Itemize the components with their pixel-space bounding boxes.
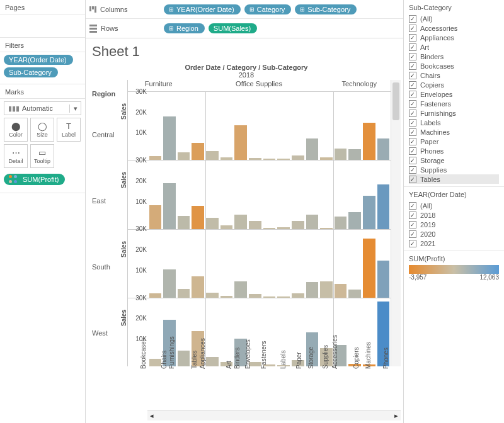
bar[interactable]	[320, 228, 333, 229]
bar[interactable]	[149, 359, 162, 366]
bar[interactable]	[163, 116, 176, 160]
filter-item-furnishings[interactable]: ✓Furnishings	[409, 108, 499, 118]
bar[interactable]	[192, 206, 204, 228]
marks-sum-profit-pill[interactable]: SUM(Profit)	[4, 174, 65, 185]
detail-button[interactable]: ⋯Detail	[4, 144, 28, 168]
filter-item-envelopes[interactable]: ✓Envelopes	[409, 89, 499, 99]
bar[interactable]	[206, 218, 219, 228]
filter-item-2021[interactable]: ✓2021	[409, 239, 499, 248]
rows-pill-1[interactable]: SUM(Sales)	[209, 23, 257, 33]
bar[interactable]	[206, 151, 219, 160]
filter-item-accessories[interactable]: ✓Accessories	[409, 23, 499, 33]
bar[interactable]	[234, 215, 247, 228]
vertical-scrollbar[interactable]	[391, 80, 401, 366]
filter-item-chairs[interactable]: ✓Chairs	[409, 70, 499, 80]
checkbox-icon: ✓	[409, 128, 416, 136]
bar[interactable]	[320, 157, 333, 160]
bar[interactable]	[292, 155, 304, 160]
bar[interactable]	[249, 221, 261, 229]
filter-pill-0[interactable]: YEAR(Order Date)	[4, 55, 73, 65]
filter-pill-1[interactable]: Sub-Category	[4, 67, 58, 77]
bar[interactable]	[178, 351, 190, 366]
bar[interactable]	[220, 296, 233, 298]
scroll-left-icon[interactable]: ◂	[150, 412, 154, 420]
bar[interactable]	[178, 152, 190, 160]
bar[interactable]	[292, 293, 304, 298]
bar[interactable]	[377, 184, 390, 229]
bar[interactable]	[306, 215, 319, 228]
bar[interactable]	[149, 205, 162, 229]
filter-item-labels[interactable]: ✓Labels	[409, 118, 499, 127]
bar[interactable]	[377, 138, 390, 160]
bar[interactable]	[306, 138, 319, 160]
filter-item-fasteners[interactable]: ✓Fasteners	[409, 99, 499, 108]
detail-icon: ⋯	[12, 148, 20, 158]
size-button[interactable]: ◯Size	[30, 118, 54, 142]
filter-item-bookcases[interactable]: ✓Bookcases	[409, 61, 499, 70]
filter-item-storage[interactable]: ✓Storage	[409, 155, 499, 165]
filter-item-machines[interactable]: ✓Machines	[409, 127, 499, 137]
bar[interactable]	[149, 293, 162, 298]
columns-pill-1[interactable]: ⊞Category	[244, 4, 292, 14]
bar[interactable]	[206, 357, 219, 366]
bar[interactable]	[206, 293, 219, 298]
columns-pill-0[interactable]: ⊞YEAR(Order Date)	[164, 4, 241, 14]
bar[interactable]	[163, 183, 176, 228]
bar[interactable]	[363, 196, 375, 228]
bar[interactable]	[249, 158, 261, 160]
bar[interactable]	[178, 289, 190, 298]
bar[interactable]	[277, 296, 290, 298]
filter-item-2020[interactable]: ✓2020	[409, 229, 499, 239]
filter-item-art[interactable]: ✓Art	[409, 42, 499, 52]
marks-type-select[interactable]: ▮▮▮Automatic ▾	[4, 101, 81, 115]
filter-item-2019[interactable]: ✓2019	[409, 220, 499, 229]
rows-pill-0[interactable]: ⊞Region	[164, 23, 205, 33]
bar[interactable]	[335, 284, 347, 297]
bar[interactable]	[220, 157, 233, 160]
bar[interactable]	[363, 239, 375, 297]
bar[interactable]	[163, 269, 176, 297]
chart-column-header: Order Date / Category / Sub-Category	[92, 64, 401, 71]
bar[interactable]	[192, 276, 204, 298]
bar[interactable]	[277, 159, 290, 160]
bar[interactable]	[249, 294, 261, 298]
tooltip-button[interactable]: ▭Tooltip	[30, 144, 54, 168]
bar[interactable]	[335, 217, 347, 229]
filter-item--all-[interactable]: ✓(All)	[409, 201, 499, 210]
profit-color-legend[interactable]	[409, 265, 499, 274]
filter-item-copiers[interactable]: ✓Copiers	[409, 80, 499, 89]
bar[interactable]	[348, 212, 361, 229]
bar[interactable]	[220, 225, 233, 229]
filter-item-supplies[interactable]: ✓Supplies	[409, 165, 499, 174]
bar[interactable]	[292, 221, 304, 228]
bar[interactable]	[306, 282, 319, 298]
filter-item-2018[interactable]: ✓2018	[409, 210, 499, 220]
bar[interactable]	[377, 261, 390, 298]
bar[interactable]	[234, 281, 247, 298]
filter-item-tables[interactable]: ✓Tables	[409, 174, 499, 184]
filter-item-phones[interactable]: ✓Phones	[409, 146, 499, 155]
bar[interactable]	[348, 149, 361, 160]
bar[interactable]	[320, 281, 333, 298]
bar[interactable]	[363, 123, 375, 160]
bar[interactable]	[192, 143, 204, 160]
filter-item-binders[interactable]: ✓Binders	[409, 52, 499, 61]
x-tick-label: Labels	[280, 351, 287, 369]
columns-pill-2[interactable]: ⊞Sub-Category	[295, 4, 357, 14]
bar[interactable]	[335, 149, 347, 160]
scroll-right-icon[interactable]: ▸	[394, 412, 398, 420]
filter-item-paper[interactable]: ✓Paper	[409, 137, 499, 146]
label-button[interactable]: TLabel	[57, 118, 81, 142]
filter-item--all-[interactable]: ✓(All)	[409, 14, 499, 23]
bar[interactable]	[277, 227, 290, 229]
color-button[interactable]: ⬤Color	[4, 118, 28, 142]
horizontal-scrollbar[interactable]: ◂ ▸	[147, 410, 401, 420]
bar[interactable]	[263, 159, 276, 160]
bar[interactable]	[263, 296, 276, 297]
bar[interactable]	[178, 216, 190, 229]
bar[interactable]	[234, 125, 247, 161]
bar[interactable]	[263, 228, 276, 229]
bar[interactable]	[149, 156, 162, 160]
bar[interactable]	[348, 290, 361, 297]
filter-item-appliances[interactable]: ✓Appliances	[409, 33, 499, 42]
